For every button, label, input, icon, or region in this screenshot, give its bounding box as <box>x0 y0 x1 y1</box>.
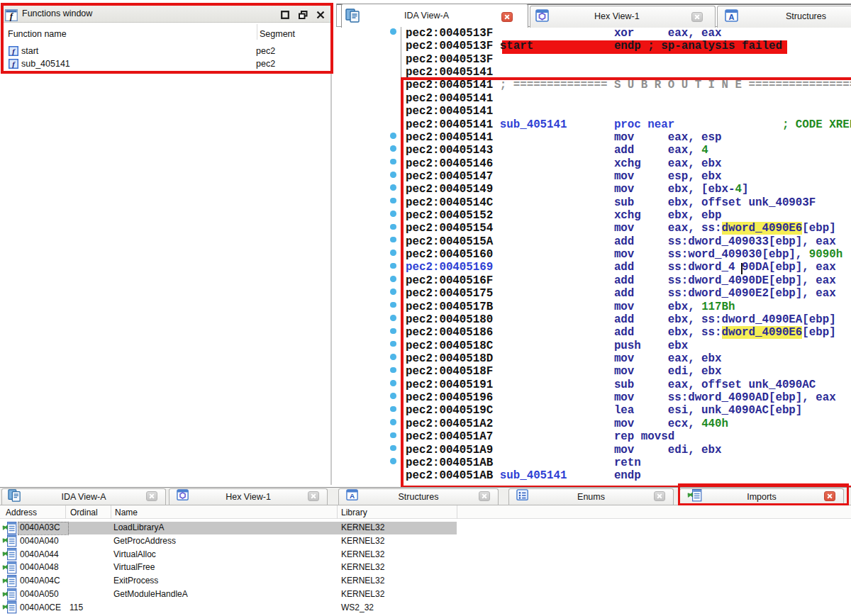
svg-text:A: A <box>729 13 735 21</box>
svg-text:A: A <box>350 492 355 500</box>
